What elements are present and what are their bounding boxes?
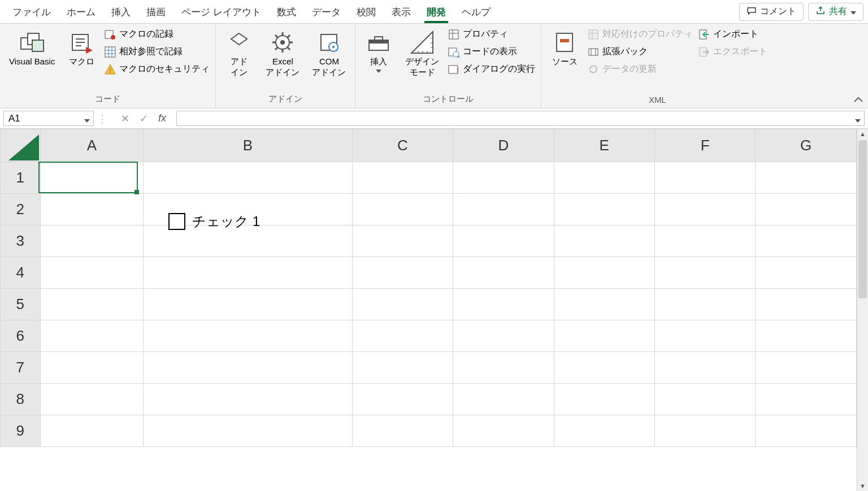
tab-review[interactable]: 校閲 xyxy=(349,1,384,23)
cell-F2[interactable] xyxy=(654,194,755,225)
row-header-9[interactable]: 9 xyxy=(1,415,41,447)
cell-E7[interactable] xyxy=(554,352,654,384)
col-header-A[interactable]: A xyxy=(40,129,144,162)
macros-button[interactable]: マクロ xyxy=(64,27,99,69)
tab-pagelayout[interactable]: ページ レイアウト xyxy=(173,1,269,23)
vertical-scrollbar[interactable]: ▲ ▼ xyxy=(857,129,868,491)
cell-B9[interactable] xyxy=(144,415,352,447)
cell-G4[interactable] xyxy=(756,257,857,289)
cell-C4[interactable] xyxy=(352,257,453,289)
cell-G5[interactable] xyxy=(756,289,857,320)
cell-C1[interactable] xyxy=(352,162,453,194)
col-header-F[interactable]: F xyxy=(654,129,755,162)
cell-F6[interactable] xyxy=(654,320,755,352)
excel-addins-button[interactable]: Excel アドイン xyxy=(262,27,303,80)
cell-A6[interactable] xyxy=(40,320,144,352)
cell-G1[interactable] xyxy=(756,162,857,194)
col-header-B[interactable]: B xyxy=(144,129,352,162)
cell-C7[interactable] xyxy=(352,352,453,384)
scroll-up-button[interactable]: ▲ xyxy=(857,129,868,139)
run-dialog-button[interactable]: ! ダイアログの実行 xyxy=(448,63,535,75)
share-button[interactable]: 共有 xyxy=(808,3,863,21)
enter-formula-button[interactable]: ✓ xyxy=(140,112,148,125)
view-code-button[interactable]: コードの表示 xyxy=(448,46,535,58)
cell-C9[interactable] xyxy=(352,415,453,447)
row-header-3[interactable]: 3 xyxy=(1,225,41,257)
cell-B7[interactable] xyxy=(144,352,352,384)
cell-G6[interactable] xyxy=(756,320,857,352)
cell-A5[interactable] xyxy=(40,289,144,320)
cell-F8[interactable] xyxy=(654,384,755,415)
chevron-down-icon[interactable] xyxy=(855,119,861,123)
xml-source-button[interactable]: ソース xyxy=(547,27,582,69)
cell-C3[interactable] xyxy=(352,225,453,257)
cell-F3[interactable] xyxy=(654,225,755,257)
cell-B6[interactable] xyxy=(144,320,352,352)
insert-control-button[interactable]: 挿入 xyxy=(361,27,396,75)
cell-D3[interactable] xyxy=(453,225,554,257)
cell-C2[interactable] xyxy=(352,194,453,225)
scroll-down-button[interactable]: ▼ xyxy=(857,481,868,491)
cell-C6[interactable] xyxy=(352,320,453,352)
tab-developer[interactable]: 開発 xyxy=(419,1,454,23)
tab-formulas[interactable]: 数式 xyxy=(269,1,304,23)
cell-F7[interactable] xyxy=(654,352,755,384)
comments-button[interactable]: コメント xyxy=(739,3,804,21)
cell-A2[interactable] xyxy=(40,194,144,225)
select-all-corner[interactable] xyxy=(1,129,41,162)
row-header-5[interactable]: 5 xyxy=(1,289,41,320)
cell-F5[interactable] xyxy=(654,289,755,320)
cell-B1[interactable] xyxy=(144,162,352,194)
addins-button[interactable]: アド イン xyxy=(222,27,257,80)
cell-E3[interactable] xyxy=(554,225,654,257)
row-header-6[interactable]: 6 xyxy=(1,320,41,352)
cell-G3[interactable] xyxy=(756,225,857,257)
cell-C8[interactable] xyxy=(352,384,453,415)
col-header-C[interactable]: C xyxy=(352,129,453,162)
cell-D2[interactable] xyxy=(453,194,554,225)
row-header-1[interactable]: 1 xyxy=(1,162,41,194)
xml-expansion-button[interactable]: 拡張パック xyxy=(588,46,693,58)
cell-A8[interactable] xyxy=(40,384,144,415)
xml-import-button[interactable]: インポート xyxy=(698,28,767,40)
tab-help[interactable]: ヘルプ xyxy=(454,1,498,23)
tab-view[interactable]: 表示 xyxy=(384,1,419,23)
tab-draw[interactable]: 描画 xyxy=(138,1,173,23)
fx-button[interactable]: fx xyxy=(158,112,166,124)
design-mode-button[interactable]: デザイン モード xyxy=(402,27,442,80)
cell-A3[interactable] xyxy=(40,225,144,257)
scroll-thumb[interactable] xyxy=(858,140,867,298)
row-header-8[interactable]: 8 xyxy=(1,384,41,415)
cell-G8[interactable] xyxy=(756,384,857,415)
tab-data[interactable]: データ xyxy=(304,1,349,23)
row-header-2[interactable]: 2 xyxy=(1,194,41,225)
collapse-ribbon-button[interactable] xyxy=(853,95,863,105)
cell-E5[interactable] xyxy=(554,289,654,320)
row-header-4[interactable]: 4 xyxy=(1,257,41,289)
col-header-D[interactable]: D xyxy=(453,129,554,162)
cell-E8[interactable] xyxy=(554,384,654,415)
cell-G9[interactable] xyxy=(756,415,857,447)
cell-E2[interactable] xyxy=(554,194,654,225)
checkbox-control-1[interactable]: チェック 1 xyxy=(168,212,260,231)
tab-file[interactable]: ファイル xyxy=(5,1,59,23)
cell-F9[interactable] xyxy=(654,415,755,447)
cell-D6[interactable] xyxy=(453,320,554,352)
cell-B5[interactable] xyxy=(144,289,352,320)
properties-button[interactable]: プロパティ xyxy=(448,28,535,40)
chevron-down-icon[interactable] xyxy=(84,119,90,123)
cell-F1[interactable] xyxy=(654,162,755,194)
cell-A1[interactable] xyxy=(40,162,144,194)
cell-F4[interactable] xyxy=(654,257,755,289)
cell-D9[interactable] xyxy=(453,415,554,447)
cancel-formula-button[interactable]: ✕ xyxy=(121,112,129,125)
cell-E4[interactable] xyxy=(554,257,654,289)
name-box[interactable]: A1 xyxy=(3,111,94,126)
cell-E6[interactable] xyxy=(554,320,654,352)
cell-A9[interactable] xyxy=(40,415,144,447)
tab-home[interactable]: ホーム xyxy=(59,1,103,23)
cell-D7[interactable] xyxy=(453,352,554,384)
cell-B8[interactable] xyxy=(144,384,352,415)
cell-G7[interactable] xyxy=(756,352,857,384)
cell-D4[interactable] xyxy=(453,257,554,289)
